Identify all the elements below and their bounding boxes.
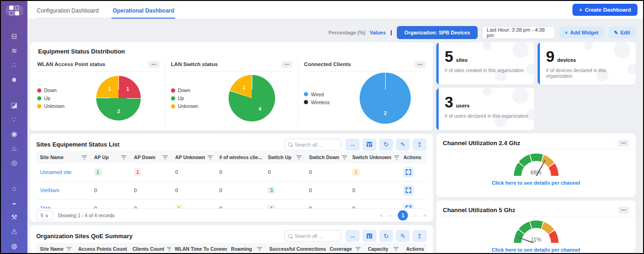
- filter-icon[interactable]: [296, 155, 302, 160]
- notifications-icon[interactable]: ⚠: [1, 224, 27, 239]
- column-header[interactable]: # of wireless clie...: [216, 151, 264, 163]
- next-page-button[interactable]: ›: [414, 212, 416, 219]
- clients-icon[interactable]: ☻: [1, 72, 27, 87]
- filter-icon[interactable]: [66, 247, 72, 251]
- filter-icon[interactable]: [167, 247, 171, 251]
- security-icon[interactable]: ◍: [1, 239, 27, 253]
- refresh-button[interactable]: ↻: [379, 139, 393, 151]
- tools-icon[interactable]: ⚒: [1, 210, 27, 224]
- count-value: 0: [309, 187, 312, 193]
- table-row[interactable]: VietNam0000300: [36, 181, 427, 200]
- fit-columns-button[interactable]: ↔: [346, 230, 360, 242]
- column-header[interactable]: AP Down: [130, 151, 171, 163]
- last-page-button[interactable]: »: [423, 212, 427, 219]
- wifi-icon[interactable]: ≋: [1, 43, 27, 58]
- filter-icon[interactable]: [82, 155, 87, 160]
- column-header[interactable]: Successful Connections: [266, 243, 326, 254]
- percentage-toggle[interactable]: Percentage (%): [329, 30, 365, 35]
- home-icon[interactable]: ⌂: [1, 181, 27, 195]
- table-row[interactable]: Unnamed site1100001: [36, 163, 427, 181]
- column-header[interactable]: Switch Down: [305, 151, 348, 163]
- edit-label: Edit: [620, 30, 630, 35]
- column-header[interactable]: Access Points Count: [74, 243, 129, 254]
- column-header[interactable]: AP Up: [91, 151, 131, 163]
- users-icon[interactable]: ◒: [1, 195, 27, 210]
- pie-chart[interactable]: 2: [360, 73, 411, 124]
- analytics-icon[interactable]: ◪: [1, 98, 27, 112]
- edit-button[interactable]: ✎ Edit: [608, 27, 636, 39]
- filter-icon[interactable]: [342, 155, 347, 160]
- column-header[interactable]: Switch Up: [264, 151, 305, 163]
- export-button[interactable]: ↥: [413, 230, 427, 242]
- time-range-picker[interactable]: Last Hour: 3:38 pm - 4:38 pm: [482, 26, 555, 39]
- filter-icon[interactable]: [394, 155, 399, 160]
- pie-slice-label: 1: [108, 86, 111, 92]
- app-logo-icon[interactable]: [6, 5, 23, 16]
- monitoring-icon[interactable]: ◎: [1, 155, 27, 170]
- insights-icon[interactable]: ∵: [1, 112, 27, 127]
- prev-page-button[interactable]: ‹: [389, 212, 391, 219]
- fit-columns-button[interactable]: ↔: [346, 139, 360, 151]
- site-name-link[interactable]: TMA: [40, 206, 51, 208]
- columns-button[interactable]: [362, 139, 376, 151]
- channel-details-link[interactable]: Click here to see details per channel: [492, 180, 580, 186]
- chart-menu-button[interactable]: •••: [281, 61, 292, 68]
- filter-icon[interactable]: [355, 247, 361, 251]
- filter-icon[interactable]: [394, 247, 399, 251]
- gauge-menu-button[interactable]: •••: [618, 207, 629, 214]
- site-name-link[interactable]: VietNam: [40, 187, 59, 193]
- edit-table-button[interactable]: ✎: [396, 230, 410, 242]
- topology-icon[interactable]: ∴: [1, 58, 27, 72]
- chart-menu-button[interactable]: •••: [414, 61, 426, 68]
- pie-chart[interactable]: 121: [96, 76, 141, 120]
- tab-operational-dashboard[interactable]: Operational Dashboard: [112, 3, 175, 19]
- sites-search-input[interactable]: [295, 142, 337, 147]
- add-widget-button[interactable]: + Add Widget: [559, 27, 604, 39]
- gauge-menu-button[interactable]: •••: [618, 140, 629, 147]
- controls-row: Percentage (%) Values Organization: SPB …: [30, 26, 636, 39]
- expand-row-button[interactable]: [403, 167, 414, 177]
- create-dashboard-button[interactable]: + Create Dashboard: [572, 4, 637, 16]
- site-name-link[interactable]: Unnamed site: [40, 169, 72, 175]
- qoe-search-input[interactable]: [295, 233, 337, 239]
- current-page-button[interactable]: 1: [398, 210, 408, 221]
- column-header[interactable]: WLAN Time To Connect: [171, 243, 227, 254]
- columns-button[interactable]: [362, 230, 376, 242]
- columns-icon: [367, 142, 372, 147]
- column-header[interactable]: Clients Count: [129, 243, 171, 254]
- filter-icon[interactable]: [208, 155, 213, 160]
- alerts-icon[interactable]: ♨: [1, 141, 27, 155]
- top-bar: Configuration Dashboard Operational Dash…: [27, 1, 643, 19]
- organization-button[interactable]: Organization: SPB Devices: [397, 26, 477, 39]
- access-points-icon[interactable]: ⊟: [1, 29, 27, 43]
- filter-icon[interactable]: [163, 155, 168, 160]
- filter-icon[interactable]: [257, 247, 262, 251]
- channel-details-link[interactable]: Click here to see details per channel: [492, 247, 580, 253]
- column-header[interactable]: AP Unknown: [171, 151, 216, 163]
- column-header[interactable]: Site Name: [36, 151, 91, 163]
- column-header[interactable]: Actions: [402, 243, 427, 254]
- page-size-select[interactable]: 5 ∨: [36, 210, 53, 221]
- column-header[interactable]: Actions: [400, 151, 427, 163]
- stat-value: 5: [445, 49, 453, 64]
- table-row[interactable]: TMA0010100: [36, 200, 427, 208]
- legend-dot: [171, 96, 175, 100]
- tab-configuration-dashboard[interactable]: Configuration Dashboard: [36, 3, 99, 19]
- export-button[interactable]: ↥: [413, 139, 427, 151]
- values-toggle[interactable]: Values: [369, 30, 386, 35]
- location-icon[interactable]: ◉: [1, 127, 27, 141]
- filter-icon[interactable]: [121, 155, 126, 160]
- pie-chart[interactable]: 41: [229, 75, 275, 121]
- refresh-button[interactable]: ↻: [379, 230, 393, 242]
- expand-row-button[interactable]: [403, 185, 414, 195]
- column-header[interactable]: Capacity: [364, 243, 402, 254]
- expand-row-button[interactable]: [403, 203, 414, 208]
- column-header[interactable]: Site Name: [36, 243, 74, 254]
- first-page-button[interactable]: «: [380, 212, 383, 219]
- column-header[interactable]: Coverage: [326, 243, 364, 254]
- count-value: 0: [94, 206, 97, 208]
- column-header[interactable]: Roaming: [227, 243, 265, 254]
- column-header[interactable]: Switch Unknown: [348, 151, 400, 163]
- chart-menu-button[interactable]: •••: [148, 61, 159, 68]
- edit-table-button[interactable]: ✎: [396, 139, 410, 151]
